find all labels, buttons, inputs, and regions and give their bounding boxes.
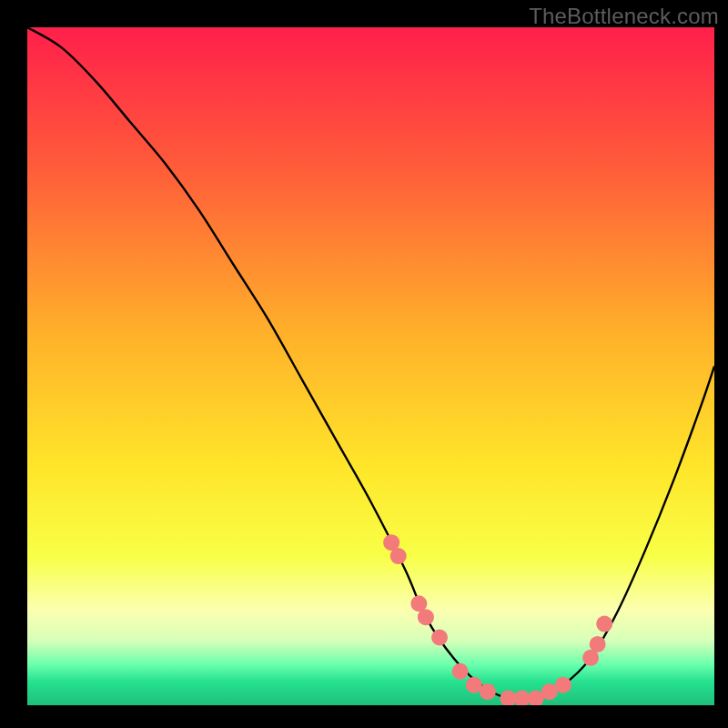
watermark-text: TheBottleneck.com <box>529 4 719 29</box>
data-point <box>390 548 407 564</box>
bottleneck-chart <box>27 27 714 705</box>
chart-plot-area <box>27 27 714 705</box>
svg-rect-0 <box>27 27 714 705</box>
chart-frame <box>14 27 714 719</box>
data-point <box>590 636 606 652</box>
data-point <box>555 677 571 693</box>
data-point <box>431 630 448 646</box>
data-point <box>596 616 612 632</box>
data-point <box>480 683 496 700</box>
data-point <box>418 609 434 625</box>
data-point <box>452 663 469 680</box>
